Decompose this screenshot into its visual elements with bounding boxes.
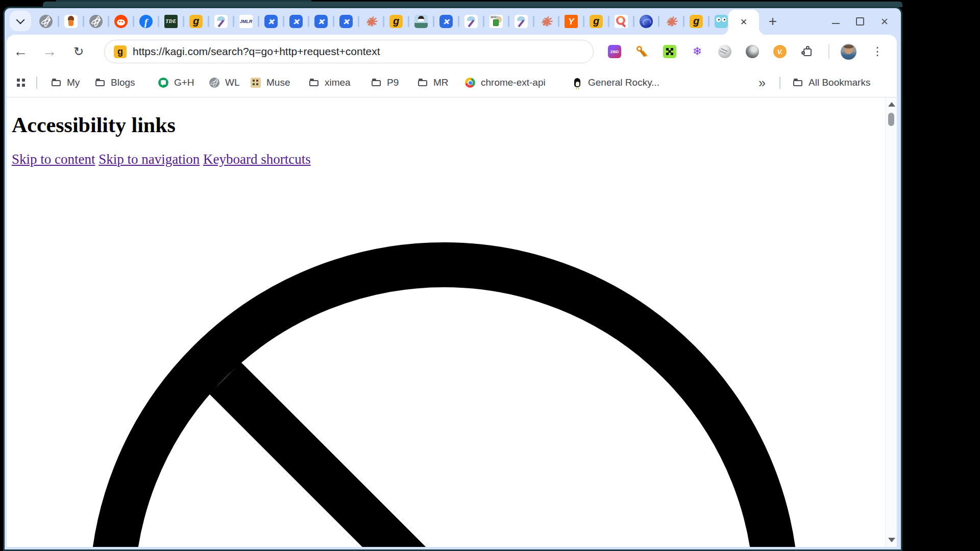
profile-avatar-button[interactable] xyxy=(841,44,856,60)
pinned-tab-mascot[interactable] xyxy=(64,15,78,28)
pinned-tab-gopher[interactable] xyxy=(715,15,728,28)
reload-button[interactable]: ↻ xyxy=(68,41,89,62)
sphere-icon xyxy=(640,15,653,28)
pinned-tab-facebook[interactable]: f xyxy=(139,15,153,28)
reddit-icon xyxy=(114,15,128,28)
folder-icon xyxy=(418,78,428,88)
pinned-tab-kagi[interactable]: g xyxy=(690,15,703,28)
bookmark-label: Muse xyxy=(266,77,290,88)
tab-separator xyxy=(83,16,84,27)
broken-image-icon xyxy=(7,97,886,547)
window-maximize-button[interactable] xyxy=(848,8,872,35)
bookmark-item-chrome-ext-api[interactable]: chrome-ext-api xyxy=(465,76,546,90)
folder-icon xyxy=(793,78,803,88)
pinned-tab-wiki[interactable]: Wiki xyxy=(489,15,503,28)
extension-keys-button[interactable] xyxy=(635,45,649,58)
pinned-tab-hn[interactable]: Y xyxy=(565,15,578,28)
bookmark-item-mr[interactable]: MR xyxy=(418,76,449,90)
pinned-tab-sphere[interactable] xyxy=(640,15,653,28)
address-bar[interactable]: g https://kagi.com/search?q=go+http+requ… xyxy=(104,40,594,63)
kagi-icon: g xyxy=(590,15,603,28)
forward-button[interactable]: → xyxy=(39,41,60,62)
pinned-tab-blue-x[interactable]: ✕ xyxy=(314,15,328,28)
maximize-icon xyxy=(856,17,864,26)
bookmark-label: All Bookmarks xyxy=(808,77,870,88)
globe-icon xyxy=(209,78,219,88)
pinned-tab-blue-x[interactable]: ✕ xyxy=(289,15,303,28)
pinned-tab-blue-x[interactable]: ✕ xyxy=(264,15,278,28)
scrollbar[interactable] xyxy=(885,97,897,547)
pinned-tab-kagi[interactable]: g xyxy=(189,15,203,28)
pinned-tab-globe[interactable] xyxy=(89,15,103,28)
blue-x-icon: ✕ xyxy=(289,15,303,28)
extension-creeper-button[interactable] xyxy=(663,45,676,58)
bookmark-item-general-rocky[interactable]: General Rocky... xyxy=(572,76,659,90)
parasol-icon xyxy=(464,15,478,28)
claude-icon xyxy=(364,15,378,28)
wiki-icon: Wiki xyxy=(489,15,503,28)
pinned-tab-globe[interactable] xyxy=(39,15,53,28)
apps-grid-icon xyxy=(17,79,25,87)
chevron-down-icon xyxy=(16,16,25,24)
bookmarks-overflow-button[interactable]: » xyxy=(754,76,770,90)
pinned-tab-qmag[interactable] xyxy=(615,15,628,28)
bookmark-item-ximea[interactable]: ximea xyxy=(309,76,351,90)
bookmark-item-blogs[interactable]: Blogs xyxy=(95,76,135,90)
active-tab[interactable]: ✕ xyxy=(728,10,759,35)
scrollbar-thumb[interactable] xyxy=(888,113,894,126)
extension-graysphere-button[interactable] xyxy=(746,45,759,58)
folder-icon xyxy=(371,78,381,88)
bookmark-item-p9[interactable]: P9 xyxy=(371,76,399,90)
all-bookmarks-button[interactable]: All Bookmarks xyxy=(793,76,870,90)
chrome-icon xyxy=(465,78,475,88)
muse-icon xyxy=(251,78,261,88)
url-text[interactable]: https://kagi.com/search?q=go+http+reques… xyxy=(133,45,380,58)
extension-zbd-button[interactable]: ZBD xyxy=(608,45,621,58)
extension-vdot-button[interactable]: V. xyxy=(773,45,787,58)
bookmark-item-wl[interactable]: WL xyxy=(209,76,240,90)
tab-search-button[interactable] xyxy=(10,11,31,31)
pinned-tab-kagi[interactable]: g xyxy=(590,15,603,28)
new-tab-button[interactable]: + xyxy=(765,14,780,29)
pinned-tab-claude[interactable] xyxy=(364,15,378,28)
claude-icon xyxy=(540,15,553,28)
bookmark-item-my[interactable]: My xyxy=(51,76,80,90)
pinned-tab-reddit[interactable] xyxy=(114,15,128,28)
pinned-tab-parasol[interactable] xyxy=(214,15,228,28)
scroll-up-icon[interactable] xyxy=(888,102,895,107)
penguin-icon xyxy=(572,78,582,88)
back-button[interactable]: ← xyxy=(10,41,31,62)
bookmark-label: WL xyxy=(225,77,240,88)
browser-menu-button[interactable]: ⋮ xyxy=(870,41,885,62)
page-content: Accessibility links Skip to content Skip… xyxy=(7,97,886,547)
pinned-tab-claude[interactable] xyxy=(540,15,553,28)
window-close-button[interactable]: ✕ xyxy=(872,8,897,35)
pinned-tab-vr[interactable] xyxy=(414,15,428,28)
pinned-tab-parasol[interactable] xyxy=(464,15,478,28)
bookmark-item-muse[interactable]: Muse xyxy=(251,76,290,90)
extension-snowflake-button[interactable] xyxy=(691,45,704,58)
extension-puzzle-button[interactable] xyxy=(801,45,814,58)
pinned-tab-jmlr[interactable]: JMLR xyxy=(239,15,253,28)
pinned-tab-kagi[interactable]: g xyxy=(389,15,403,28)
pinned-tab-tde[interactable]: TDE xyxy=(164,15,178,28)
parasol-icon xyxy=(514,15,528,28)
tab-separator xyxy=(158,16,159,27)
window-minimize-button[interactable] xyxy=(823,8,848,35)
pinned-tab-blue-x[interactable]: ✕ xyxy=(439,15,453,28)
pinned-tab-blue-x[interactable]: ✕ xyxy=(339,15,353,28)
vr-icon xyxy=(414,15,428,28)
pinned-tab-claude[interactable] xyxy=(665,15,678,28)
blue-x-icon: ✕ xyxy=(314,15,328,28)
scroll-down-icon[interactable] xyxy=(888,538,895,542)
bookmark-item-g-h[interactable]: G+H xyxy=(158,76,194,90)
extensions-row: ZBDV. xyxy=(608,35,814,68)
extension-paper-button[interactable] xyxy=(718,45,731,58)
tab-separator xyxy=(183,16,184,27)
tab-close-icon[interactable]: ✕ xyxy=(740,18,747,27)
hangouts-icon xyxy=(158,78,168,88)
tab-separator xyxy=(483,16,484,27)
pinned-tab-parasol[interactable] xyxy=(514,15,528,28)
apps-grid-button[interactable] xyxy=(14,76,28,90)
tab-strip: fTDEgJMLR✕✕✕✕g✕WikiYgg ✕ + ✕ xyxy=(5,8,901,35)
